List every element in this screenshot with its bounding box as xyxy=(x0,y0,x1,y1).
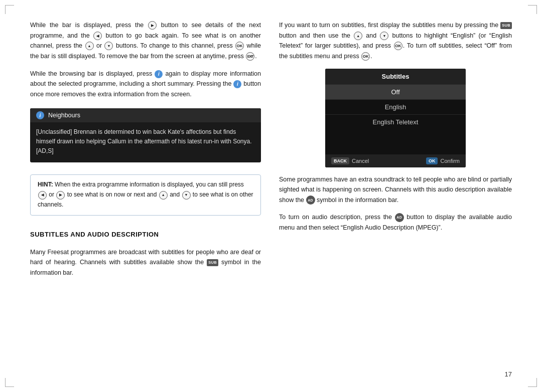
para-audio-description-1: Some programmes have an extra soundtrack… xyxy=(279,174,512,206)
hint-up-icon xyxy=(159,191,168,200)
confirm-label: Confirm xyxy=(440,158,460,164)
subtitles-menu-item-english[interactable]: English xyxy=(325,99,466,114)
hint-right-icon xyxy=(56,191,65,200)
para-subtitles-intro: Many Freesat programmes are broadcast wi… xyxy=(30,247,261,278)
ok-badge: OK xyxy=(426,157,438,164)
para-audio-description-2: To turn on audio description, press the … xyxy=(279,212,512,233)
corner-mark-bl xyxy=(5,378,14,387)
ad-btn-inline: AD xyxy=(395,213,404,222)
subtitles-menu: Subtitles Off English English Teletext B… xyxy=(325,69,466,167)
subtitles-menu-footer: BACK Cancel OK Confirm xyxy=(325,154,466,167)
hint-bold: HINT: xyxy=(38,181,53,188)
para-browsing-bar-2: While the browsing bar is displayed, pre… xyxy=(30,69,261,100)
down-nav-icon xyxy=(104,42,113,50)
hint-box: HINT: When the extra programme informati… xyxy=(30,174,261,215)
right-nav-icon xyxy=(148,21,157,30)
left-nav-icon xyxy=(93,32,102,40)
hint-down-icon xyxy=(182,191,191,200)
programme-info-box: i Neighbours [Unclassified] Brennan is d… xyxy=(30,108,261,162)
sub-badge-inline: SUB xyxy=(207,259,218,266)
ok-confirm-btn[interactable]: OK Confirm xyxy=(426,157,460,164)
page-number: 17 xyxy=(505,370,512,378)
ok-icon-1: OK xyxy=(235,42,244,50)
para-subtitles-howto: If you want to turn on subtitles, first … xyxy=(279,20,512,62)
programme-box-header: i Neighbours xyxy=(30,108,261,122)
cancel-label: Cancel xyxy=(352,158,369,164)
info-icon-1: i xyxy=(155,70,163,78)
back-cancel-btn[interactable]: BACK Cancel xyxy=(331,157,369,164)
up-nav-icon xyxy=(85,42,94,50)
info-icon-2: i xyxy=(233,80,241,88)
programme-box-content: [Unclassified] Brennan is determined to … xyxy=(30,122,261,162)
subtitles-menu-item-off[interactable]: Off xyxy=(325,84,466,99)
ok-icon-2: OK xyxy=(394,42,402,50)
right-down-icon xyxy=(380,32,388,40)
right-up-icon xyxy=(354,32,362,40)
section-heading: SUBTITLES AND AUDIO DESCRIPTION xyxy=(30,231,261,238)
subtitles-menu-header: Subtitles xyxy=(325,69,466,84)
programme-info-icon: i xyxy=(36,111,44,119)
corner-mark-br xyxy=(528,378,537,387)
corner-mark-tr xyxy=(528,5,537,14)
exit-icon: EXIT xyxy=(246,52,254,61)
page: While the bar is displayed, press the bu… xyxy=(0,0,542,392)
hint-left-icon xyxy=(38,191,47,200)
programme-title: Neighbours xyxy=(48,112,80,119)
back-badge: BACK xyxy=(331,157,349,164)
ok-icon-3: OK xyxy=(361,52,370,61)
content-area: While the bar is displayed, press the bu… xyxy=(30,20,512,372)
subtitles-menu-item-english-teletext[interactable]: English Teletext xyxy=(325,114,466,129)
right-column: If you want to turn on subtitles, first … xyxy=(279,20,512,372)
left-column: While the bar is displayed, press the bu… xyxy=(30,20,261,372)
ad-badge-inline: AD xyxy=(306,195,315,205)
sub-btn-inline-1: SUB xyxy=(500,22,512,29)
corner-mark-tl xyxy=(5,5,14,14)
para-browsing-bar-1: While the bar is displayed, press the bu… xyxy=(30,20,261,62)
